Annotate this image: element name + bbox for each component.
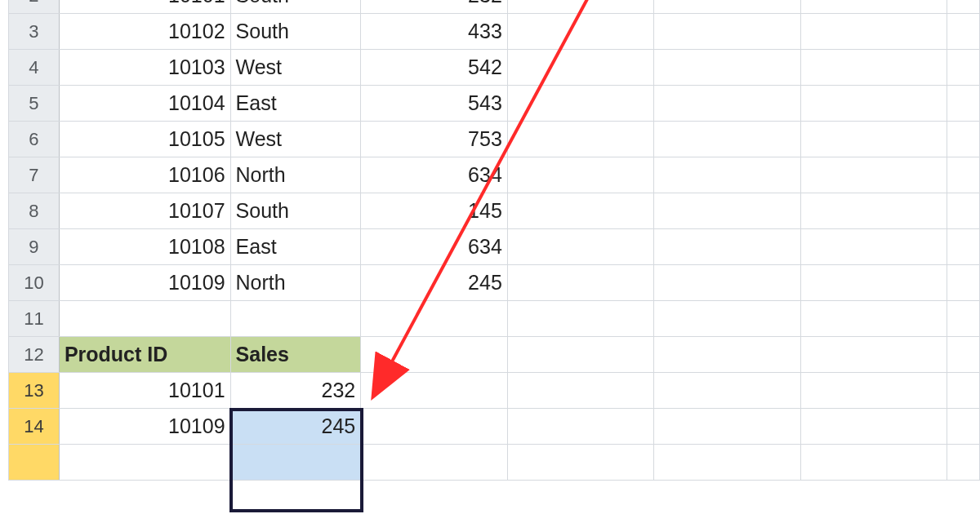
table-row-result[interactable]: 14 10109 245	[9, 409, 980, 445]
cell-header-sales[interactable]: Sales	[230, 337, 361, 373]
cell-empty[interactable]	[800, 337, 947, 373]
cell-sales-selected[interactable]	[230, 445, 361, 481]
cell-empty[interactable]	[507, 157, 653, 193]
table-row[interactable]: 9 10108 East 634	[9, 229, 980, 265]
cell-product-id[interactable]: 10104	[59, 86, 230, 122]
cell-empty[interactable]	[654, 14, 800, 50]
cell-value[interactable]: 245	[361, 265, 508, 301]
row-header[interactable]: 10	[9, 265, 60, 301]
cell-product-id[interactable]: 10102	[59, 14, 230, 50]
cell-empty[interactable]	[800, 193, 947, 229]
row-header[interactable]: 4	[9, 50, 60, 86]
cell-value[interactable]: 634	[361, 229, 508, 265]
cell-empty[interactable]	[800, 229, 947, 265]
cell-value[interactable]: 543	[361, 86, 508, 122]
cell-region[interactable]: South	[230, 0, 361, 14]
cell-product-id[interactable]: 10107	[59, 193, 230, 229]
cell-region[interactable]: South	[230, 14, 361, 50]
cell-empty[interactable]	[654, 0, 800, 14]
cell-empty[interactable]	[800, 86, 947, 122]
cell-empty[interactable]	[947, 229, 980, 265]
table-row[interactable]: 7 10106 North 634	[9, 157, 980, 193]
table-row[interactable]: 3 10102 South 433	[9, 14, 980, 50]
cell-region[interactable]: East	[230, 229, 361, 265]
cell-empty[interactable]	[654, 337, 800, 373]
cell-empty[interactable]	[507, 445, 653, 481]
cell-empty[interactable]	[800, 265, 947, 301]
cell-empty[interactable]	[507, 337, 653, 373]
cell-empty[interactable]	[654, 301, 800, 337]
cell-empty[interactable]	[654, 50, 800, 86]
cell-empty[interactable]	[654, 122, 800, 157]
cell-empty[interactable]	[507, 0, 653, 14]
cell-empty[interactable]	[230, 301, 361, 337]
cell-product-id[interactable]: 10108	[59, 229, 230, 265]
cell-empty[interactable]	[507, 409, 653, 445]
cell-empty[interactable]	[59, 301, 230, 337]
cell-value[interactable]: 232	[361, 0, 508, 14]
cell-region[interactable]: West	[230, 122, 361, 157]
cell-empty[interactable]	[947, 373, 980, 409]
cell-empty[interactable]	[654, 409, 800, 445]
cell-empty[interactable]	[947, 193, 980, 229]
row-header[interactable]: 5	[9, 86, 60, 122]
cell-empty[interactable]	[947, 445, 980, 481]
cell-empty[interactable]	[361, 337, 508, 373]
cell-empty[interactable]	[947, 301, 980, 337]
cell-product-id[interactable]: 10105	[59, 122, 230, 157]
cell-empty[interactable]	[800, 157, 947, 193]
cell-empty[interactable]	[361, 373, 508, 409]
cell-product-id[interactable]: 10109	[59, 409, 230, 445]
cell-region[interactable]: East	[230, 86, 361, 122]
cell-value[interactable]: 634	[361, 157, 508, 193]
cell-sales-selected[interactable]: 245	[230, 409, 361, 445]
spreadsheet-grid[interactable]: 2 10101 South 232 3 10102 South 433 4 10…	[8, 0, 980, 481]
cell-empty[interactable]	[59, 445, 230, 481]
cell-empty[interactable]	[507, 86, 653, 122]
cell-value[interactable]: 433	[361, 14, 508, 50]
cell-empty[interactable]	[654, 265, 800, 301]
cell-header-product-id[interactable]: Product ID	[59, 337, 230, 373]
cell-empty[interactable]	[800, 445, 947, 481]
cell-empty[interactable]	[800, 50, 947, 86]
cell-product-id[interactable]: 10106	[59, 157, 230, 193]
cell-empty[interactable]	[654, 229, 800, 265]
cell-empty[interactable]	[654, 193, 800, 229]
cell-empty[interactable]	[800, 373, 947, 409]
table-row[interactable]: 2 10101 South 232	[9, 0, 980, 14]
cell-empty[interactable]	[947, 50, 980, 86]
cell-region[interactable]: North	[230, 265, 361, 301]
row-header[interactable]: 11	[9, 301, 60, 337]
cell-empty[interactable]	[507, 122, 653, 157]
row-header[interactable]: 9	[9, 229, 60, 265]
row-header[interactable]: 12	[9, 337, 60, 373]
table-row[interactable]: 10 10109 North 245	[9, 265, 980, 301]
cell-empty[interactable]	[507, 229, 653, 265]
table-row[interactable]: 8 10107 South 145	[9, 193, 980, 229]
cell-empty[interactable]	[654, 373, 800, 409]
cell-sales-selected[interactable]: 232	[230, 373, 361, 409]
cell-empty[interactable]	[507, 265, 653, 301]
cell-empty[interactable]	[947, 86, 980, 122]
cell-empty[interactable]	[654, 86, 800, 122]
cell-empty[interactable]	[947, 122, 980, 157]
cell-region[interactable]: West	[230, 50, 361, 86]
cell-empty[interactable]	[800, 0, 947, 14]
cell-empty[interactable]	[507, 373, 653, 409]
cell-empty[interactable]	[800, 122, 947, 157]
cell-empty[interactable]	[800, 14, 947, 50]
cell-empty[interactable]	[947, 337, 980, 373]
row-header-selected[interactable]: 14	[9, 409, 60, 445]
cell-empty[interactable]	[654, 445, 800, 481]
cell-empty[interactable]	[947, 0, 980, 14]
cell-empty[interactable]	[507, 50, 653, 86]
row-header[interactable]: 8	[9, 193, 60, 229]
cell-product-id[interactable]: 10101	[59, 373, 230, 409]
cell-empty[interactable]	[800, 409, 947, 445]
cell-value[interactable]: 145	[361, 193, 508, 229]
cell-empty[interactable]	[947, 265, 980, 301]
table-row[interactable]	[9, 445, 980, 481]
cell-empty[interactable]	[947, 157, 980, 193]
row-header[interactable]: 2	[9, 0, 60, 14]
cell-value[interactable]: 542	[361, 50, 508, 86]
